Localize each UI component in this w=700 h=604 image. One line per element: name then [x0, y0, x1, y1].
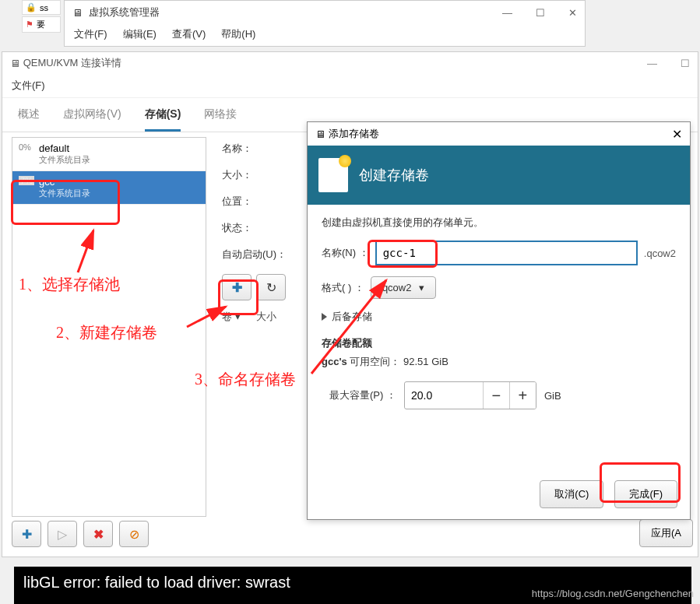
quota-info: gcc's 可用空间： 92.51 GiB [322, 355, 676, 369]
annotation-text-2: 2、新建存储卷 [56, 322, 157, 343]
new-doc-icon [318, 158, 348, 192]
close-icon[interactable]: ✕ [568, 7, 577, 19]
menu-edit[interactable]: 编辑(E) [123, 27, 157, 41]
pool-pct: 0% [19, 142, 34, 152]
cancel-button[interactable]: 取消(C) [540, 480, 603, 508]
quota-pool-name: gcc's [322, 356, 347, 367]
format-row: 格式( ) ： qcow2 ▾ [322, 276, 676, 299]
vm-manager-window: 🖥 虚拟系统管理器 — ☐ ✕ 文件(F) 编辑(E) 查看(V) 帮助(H) [64, 0, 586, 47]
tab-yao[interactable]: ⚑要 [22, 16, 61, 33]
pool-name: gcc [39, 176, 90, 188]
name-label: 名称(N) ： [322, 246, 369, 260]
minimize-icon[interactable]: — [647, 58, 657, 69]
dialog-description: 创建由虚拟机直接使用的存储单元。 [322, 216, 676, 230]
name-extension: .qcow2 [644, 248, 676, 259]
menu-file[interactable]: 文件(F) [74, 27, 107, 41]
menu-help[interactable]: 帮助(H) [221, 27, 255, 41]
backing-label: 后备存储 [332, 310, 372, 324]
conn-title-text: QEMU/KVM 连接详情 [23, 56, 121, 70]
pool-item-gcc[interactable]: 7% gcc 文件系统目录 [12, 171, 206, 205]
format-select[interactable]: qcow2 ▾ [371, 276, 437, 299]
capacity-minus-button[interactable]: − [483, 382, 509, 409]
format-value: qcow2 [382, 282, 412, 293]
tab-label: ss [40, 3, 48, 12]
add-volume-button[interactable]: ✚ [222, 274, 252, 300]
monitor-icon: 🖥 [315, 128, 325, 140]
conn-titlebar: 🖥 QEMU/KVM 连接详情 — ☐ [2, 52, 698, 74]
volume-col-header[interactable]: 卷 ▾ [222, 310, 241, 324]
finish-button[interactable]: 完成(F) [614, 480, 677, 508]
minimize-icon[interactable]: — [502, 7, 512, 19]
maximize-icon[interactable]: ☐ [681, 58, 690, 69]
apply-button[interactable]: 应用(A [639, 519, 693, 547]
backing-store-expander[interactable]: 后备存储 [322, 310, 676, 324]
dialog-banner-title: 创建存储卷 [359, 166, 429, 184]
pool-name: default [39, 142, 90, 154]
pool-toolbar: ✚ ▷ ✖ ⊘ [12, 521, 149, 547]
tab-label: 要 [37, 19, 45, 30]
dialog-title-text: 添加存储卷 [329, 127, 379, 141]
menu-file[interactable]: 文件(F) [12, 79, 45, 91]
quota-title: 存储卷配额 [322, 336, 676, 350]
triangle-right-icon [322, 313, 327, 321]
dialog-body: 创建由虚拟机直接使用的存储单元。 名称(N) ： .qcow2 格式( ) ： … [308, 205, 690, 420]
browser-tabs: 🔒ss ⚑要 [22, 0, 61, 34]
add-volume-dialog: 🖥 添加存储卷 ✕ 创建存储卷 创建由虚拟机直接使用的存储单元。 名称(N) ：… [307, 121, 691, 520]
tab-virtual-network[interactable]: 虚拟网络(V) [63, 107, 121, 132]
name-row: 名称(N) ： .qcow2 [322, 241, 676, 265]
lock-icon: 🔒 [26, 2, 37, 12]
capacity-plus-button[interactable]: + [509, 382, 536, 409]
tab-storage[interactable]: 存储(S) [145, 107, 181, 132]
annotation-text-1: 1、选择存储池 [19, 274, 120, 295]
tab-overview[interactable]: 概述 [18, 107, 40, 132]
tab-network-interface[interactable]: 网络接 [204, 107, 237, 132]
maximize-icon[interactable]: ☐ [536, 7, 545, 19]
monitor-icon: 🖥 [72, 7, 83, 19]
pool-type: 文件系统目录 [39, 188, 90, 199]
quota-size: 92.51 GiB [403, 356, 448, 367]
add-pool-button[interactable]: ✚ [12, 521, 41, 547]
watermark-text: https://blog.csdn.net/Gengchenchen [532, 588, 694, 599]
menu-view[interactable]: 查看(V) [172, 27, 206, 41]
annotation-text-3: 3、命名存储卷 [195, 369, 296, 390]
flag-icon: ⚑ [26, 19, 33, 30]
quota-text: 可用空间： [350, 356, 400, 367]
chevron-down-icon: ▾ [419, 282, 424, 293]
pool-type: 文件系统目录 [39, 154, 90, 166]
vm-manager-title: 虚拟系统管理器 [89, 5, 160, 19]
vm-manager-menubar: 文件(F) 编辑(E) 查看(V) 帮助(H) [65, 24, 585, 44]
terminal-text: libGL error: failed to load driver: swra… [23, 574, 290, 591]
capacity-label: 最大容量(P) ： [329, 388, 396, 402]
stop-pool-button[interactable]: ✖ [83, 521, 113, 547]
vm-manager-titlebar: 🖥 虚拟系统管理器 — ☐ ✕ [65, 1, 585, 24]
capacity-row: 最大容量(P) ： − + GiB [329, 381, 676, 409]
start-pool-button[interactable]: ▷ [47, 521, 77, 547]
volume-name-input[interactable] [375, 241, 638, 265]
delete-pool-button[interactable]: ⊘ [119, 521, 149, 547]
pool-pct: 7% [19, 176, 34, 185]
capacity-input[interactable] [405, 383, 483, 408]
dialog-banner: 创建存储卷 [308, 146, 690, 205]
conn-menubar: 文件(F) [2, 74, 698, 98]
close-icon[interactable]: ✕ [672, 127, 682, 142]
refresh-button[interactable]: ↻ [256, 274, 286, 300]
capacity-unit: GiB [544, 390, 561, 402]
monitor-icon: 🖥 [10, 58, 20, 69]
dialog-buttons: 取消(C) 完成(F) [540, 480, 677, 508]
size-col-header[interactable]: 大小 [256, 310, 276, 324]
tab-ss[interactable]: 🔒ss [22, 0, 61, 15]
delete-volume-button[interactable] [290, 274, 306, 300]
pool-item-default[interactable]: 0% default 文件系统目录 [12, 138, 206, 171]
dialog-titlebar: 🖥 添加存储卷 ✕ [308, 122, 690, 146]
format-label: 格式( ) ： [322, 281, 364, 295]
capacity-stepper: − + [404, 381, 536, 409]
